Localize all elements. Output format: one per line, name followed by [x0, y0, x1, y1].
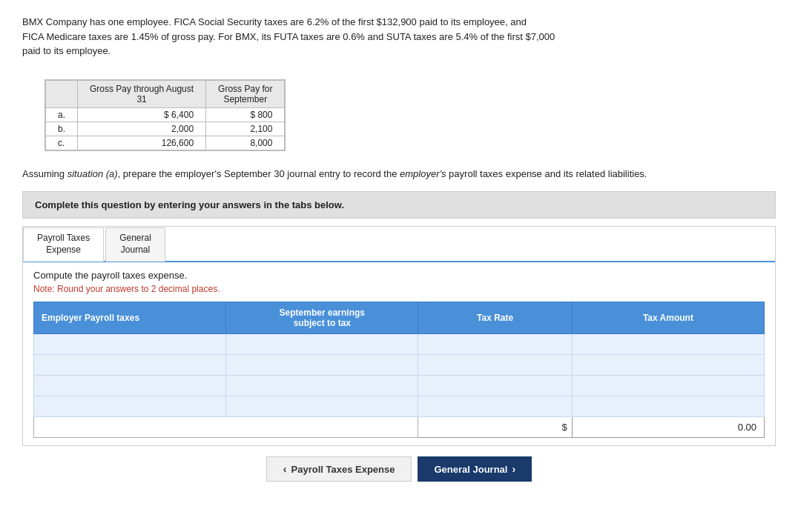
september-earnings-input-4[interactable]: [226, 396, 418, 416]
bottom-navigation: ‹ Payroll Taxes Expense General Journal …: [22, 446, 776, 485]
total-dollar-sign: $: [418, 417, 572, 438]
table-row: c. 126,600 8,000: [46, 136, 285, 150]
tax-amount-input-4[interactable]: [573, 396, 764, 416]
employer-payroll-taxes-input-1[interactable]: [34, 334, 225, 354]
table-row: [34, 396, 765, 417]
tab-content-area: Compute the payroll taxes expense. Note:…: [23, 262, 775, 445]
employer-payroll-taxes-input-2[interactable]: [34, 355, 225, 375]
tax-rate-input-1[interactable]: [418, 334, 571, 354]
table-row: a. $ 6,400 $ 800: [46, 107, 285, 122]
col-employer-payroll-taxes: Employer Payroll taxes: [34, 302, 226, 334]
prev-arrow-icon: ‹: [283, 463, 287, 475]
gross-pay-table: Gross Pay through August 31 Gross Pay fo…: [44, 79, 286, 151]
table-row: b. 2,000 2,100: [46, 122, 285, 136]
employer-payroll-taxes-input-4[interactable]: [34, 396, 225, 416]
problem-description: BMX Company has one employee. FICA Socia…: [22, 15, 776, 59]
col2-header: Gross Pay for September: [206, 80, 285, 107]
instruction-box: Complete this question by entering your …: [22, 191, 776, 219]
question-text: Assuming situation (a), prepare the empl…: [22, 167, 776, 182]
table-row: [34, 355, 765, 376]
september-earnings-input-2[interactable]: [226, 355, 418, 375]
tax-amount-input-1[interactable]: [573, 334, 764, 354]
col-tax-amount: Tax Amount: [572, 302, 764, 334]
tab-general-journal[interactable]: General Journal: [105, 227, 165, 262]
problem-line2: FICA Medicare taxes are 1.45% of gross p…: [22, 31, 555, 42]
employer-payroll-taxes-input-3[interactable]: [34, 376, 225, 396]
col-september-earnings: September earningssubject to tax: [226, 302, 418, 334]
next-arrow-icon: ›: [512, 463, 515, 475]
prev-button-label: Payroll Taxes Expense: [291, 464, 395, 475]
col1-header: Gross Pay through August 31: [78, 80, 206, 107]
tax-amount-input-3[interactable]: [573, 376, 764, 396]
next-button-label: General Journal: [434, 464, 507, 475]
table-row: [34, 376, 765, 396]
problem-line1: BMX Company has one employee. FICA Socia…: [22, 16, 527, 27]
september-earnings-input-3[interactable]: [226, 376, 418, 396]
tax-rate-input-2[interactable]: [418, 355, 571, 375]
total-amount: 0.00: [572, 417, 764, 438]
prev-button[interactable]: ‹ Payroll Taxes Expense: [266, 456, 412, 482]
col-tax-rate: Tax Rate: [418, 302, 572, 334]
table-row: [34, 334, 765, 355]
next-button[interactable]: General Journal ›: [418, 456, 532, 482]
tabs-container: Payroll Taxes Expense General Journal Co…: [22, 226, 776, 446]
tabs-navigation: Payroll Taxes Expense General Journal: [23, 227, 775, 262]
tax-amount-input-2[interactable]: [573, 355, 764, 375]
total-row: $ 0.00: [34, 417, 765, 438]
situation-reference: situation (a): [67, 168, 118, 179]
tab-note: Note: Round your answers to 2 decimal pl…: [33, 284, 765, 294]
tab-instruction: Compute the payroll taxes expense.: [33, 270, 765, 281]
problem-line3: paid to its employee.: [22, 45, 111, 56]
tax-rate-input-3[interactable]: [418, 376, 571, 396]
tab-payroll-taxes-expense[interactable]: Payroll Taxes Expense: [23, 227, 104, 262]
payroll-taxes-table: Employer Payroll taxes September earning…: [33, 302, 765, 438]
tax-rate-input-4[interactable]: [418, 396, 571, 416]
september-earnings-input-1[interactable]: [226, 334, 418, 354]
employer-reference: employer's: [400, 168, 446, 179]
instruction-text: Complete this question by entering your …: [35, 199, 344, 210]
